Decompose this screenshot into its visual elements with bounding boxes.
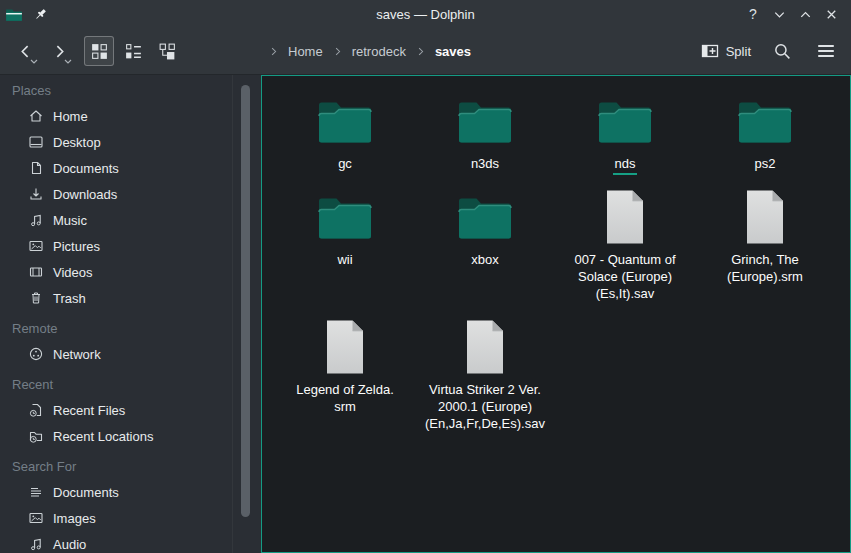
icons-view-button[interactable] xyxy=(84,36,114,66)
minimize-icon xyxy=(772,7,787,22)
document-icon xyxy=(28,160,44,176)
folder-icon xyxy=(317,97,373,145)
sidebar-item-search-audio[interactable]: Audio xyxy=(0,531,261,553)
sidebar-item-label: Recent Files xyxy=(53,403,125,418)
file-item-virtua[interactable]: Virtua Striker 2 Ver. 2000.1 (Europe) (E… xyxy=(415,315,555,449)
sidebar-item-label: Videos xyxy=(53,265,93,280)
sidebar-item-trash[interactable]: Trash xyxy=(0,285,261,311)
sidebar-item-documents[interactable]: Documents xyxy=(0,155,261,181)
film-icon xyxy=(28,264,44,280)
folder-icon xyxy=(737,97,793,145)
folder-item-gc[interactable]: gc xyxy=(275,89,415,185)
hamburger-menu-icon xyxy=(816,41,836,61)
toolbar-right: Split xyxy=(701,36,839,66)
sidebar-item-search-documents[interactable]: Documents xyxy=(0,479,261,505)
sidebar-item-recent-locations[interactable]: Recent Locations xyxy=(0,423,261,449)
breadcrumb-saves[interactable]: saves xyxy=(435,44,471,59)
file-icon xyxy=(463,319,507,375)
sidebar-item-label: Audio xyxy=(53,537,86,552)
folder-icon xyxy=(457,193,513,241)
file-item-grinch[interactable]: Grinch, The (Europe).srm xyxy=(695,185,835,315)
sidebar-item-label: Home xyxy=(53,109,88,124)
forward-button[interactable] xyxy=(44,36,74,66)
folder-clock-icon xyxy=(28,428,44,444)
image-icon xyxy=(28,238,44,254)
sidebar-item-label: Documents xyxy=(53,161,119,176)
file-icon xyxy=(323,319,367,375)
icons-view-icon xyxy=(90,42,109,61)
sidebar-item-videos[interactable]: Videos xyxy=(0,259,261,285)
help-icon: ? xyxy=(749,6,757,22)
view-mode-buttons xyxy=(84,36,182,66)
breadcrumb: Home retrodeck saves xyxy=(268,44,471,59)
image-icon xyxy=(28,510,44,526)
hamburger-menu-button[interactable] xyxy=(813,36,839,66)
titlebar-left xyxy=(0,5,48,23)
sidebar-item-recent-files[interactable]: Recent Files xyxy=(0,397,261,423)
section-header-remote: Remote xyxy=(0,315,261,341)
sidebar-item-label: Downloads xyxy=(53,187,117,202)
file-grid: gc n3ds nds ps2 wii xyxy=(262,76,850,449)
file-item-007[interactable]: 007 - Quantum of Solace (Europe) (Es,It)… xyxy=(555,185,695,315)
desktop-icon xyxy=(28,134,44,150)
content-area: Places Home Desktop Documents Downloads … xyxy=(0,75,851,553)
text-lines-icon xyxy=(28,484,44,500)
details-view-icon xyxy=(124,42,143,61)
sidebar-item-label: Trash xyxy=(53,291,86,306)
sidebar-scrollbar-thumb[interactable] xyxy=(241,85,250,517)
places-panel: Places Home Desktop Documents Downloads … xyxy=(0,75,261,553)
close-button[interactable] xyxy=(819,3,843,25)
maximize-button[interactable] xyxy=(793,3,817,25)
forward-icon xyxy=(51,43,68,60)
folder-icon xyxy=(457,97,513,145)
music-note-icon xyxy=(28,212,44,228)
details-view-button[interactable] xyxy=(118,36,148,66)
dolphin-app-icon xyxy=(5,5,23,23)
network-globe-icon xyxy=(28,346,44,362)
sidebar-item-downloads[interactable]: Downloads xyxy=(0,181,261,207)
breadcrumb-separator-icon xyxy=(332,46,343,57)
item-label: ps2 xyxy=(755,155,776,172)
folder-item-wii[interactable]: wii xyxy=(275,185,415,315)
folder-view[interactable]: gc n3ds nds ps2 wii xyxy=(261,75,851,553)
document-clock-icon xyxy=(28,402,44,418)
sidebar-item-network[interactable]: Network xyxy=(0,341,261,367)
sidebar-item-pictures[interactable]: Pictures xyxy=(0,233,261,259)
file-item-zelda[interactable]: Legend of Zelda. srm xyxy=(275,315,415,449)
recent-section: Recent Recent Files Recent Locations xyxy=(0,371,261,449)
item-label: xbox xyxy=(471,251,498,268)
window-title: saves — Dolphin xyxy=(0,7,851,22)
back-button[interactable] xyxy=(10,36,40,66)
folder-item-ps2[interactable]: ps2 xyxy=(695,89,835,185)
sidebar-item-label: Documents xyxy=(53,485,119,500)
folder-item-xbox[interactable]: xbox xyxy=(415,185,555,315)
tree-view-icon xyxy=(158,42,177,61)
window-controls: ? xyxy=(741,3,851,25)
help-button[interactable]: ? xyxy=(741,3,765,25)
breadcrumb-retrodeck[interactable]: retrodeck xyxy=(352,44,406,59)
breadcrumb-home[interactable]: Home xyxy=(288,44,323,59)
folder-item-nds[interactable]: nds xyxy=(555,89,695,185)
folder-item-n3ds[interactable]: n3ds xyxy=(415,89,555,185)
breadcrumb-separator-icon xyxy=(415,46,426,57)
split-button[interactable]: Split xyxy=(701,42,751,60)
search-button[interactable] xyxy=(769,36,795,66)
file-icon xyxy=(603,189,647,245)
forward-dropdown-caret-icon xyxy=(64,59,72,64)
pin-icon[interactable] xyxy=(33,7,48,22)
back-dropdown-caret-icon xyxy=(30,59,38,64)
places-section: Places Home Desktop Documents Downloads … xyxy=(0,77,261,311)
file-icon xyxy=(743,189,787,245)
sidebar-item-search-images[interactable]: Images xyxy=(0,505,261,531)
sidebar-item-label: Network xyxy=(53,347,101,362)
sidebar-item-home[interactable]: Home xyxy=(0,103,261,129)
sidebar-item-desktop[interactable]: Desktop xyxy=(0,129,261,155)
item-label: n3ds xyxy=(471,155,499,172)
tree-view-button[interactable] xyxy=(152,36,182,66)
maximize-icon xyxy=(798,7,813,22)
item-label: wii xyxy=(337,251,352,268)
minimize-button[interactable] xyxy=(767,3,791,25)
sidebar-item-music[interactable]: Music xyxy=(0,207,261,233)
split-label: Split xyxy=(726,44,751,59)
remote-section: Remote Network xyxy=(0,315,261,367)
